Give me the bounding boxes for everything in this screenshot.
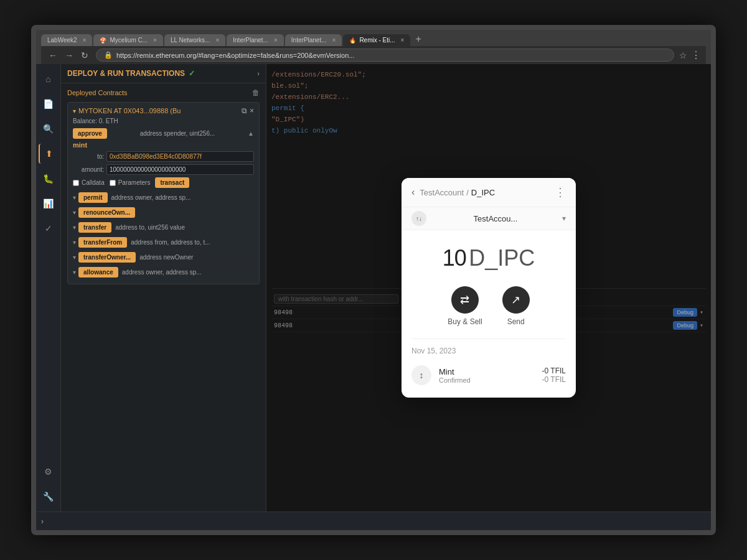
tab-networks[interactable]: LL Networks... × — [164, 34, 225, 46]
tab-close[interactable]: × — [274, 37, 278, 44]
tab-mycelium[interactable]: 🍄 Mycelium C... × — [93, 34, 162, 46]
tab-label: InterPlanet... — [291, 37, 327, 44]
tx-status: Confirmed — [439, 376, 542, 384]
tx-amount-1: -0 TFIL — [542, 366, 566, 375]
contract-name: MYTOKEN AT 0X043...09888 (Bu — [78, 107, 239, 114]
caret-icon: ▾ — [73, 194, 76, 201]
transfer-owner-button[interactable]: transferOwner... — [78, 252, 136, 263]
tx-amount-2: -0 TFIL — [542, 375, 566, 384]
section-header: Deployed Contracts 🗑 — [67, 88, 260, 97]
address-bar[interactable]: 🔒 https://remix.ethereum.org/#lang=en&op… — [96, 49, 674, 62]
to-input[interactable] — [106, 151, 254, 162]
account-icon-text: ↑↓ — [416, 215, 422, 222]
params-checkbox[interactable] — [110, 180, 116, 186]
caret-icon2: ▾ — [73, 209, 76, 216]
modal-more-button[interactable]: ⋮ — [555, 185, 566, 199]
remix-sidebar: ⌂ 📄 🔍 ⬆ 🐛 📊 ✓ ⚙ 🔧 DEPLOY & RUN TRANSAC — [36, 64, 266, 511]
params-label: Parameters — [118, 179, 151, 186]
icon-files[interactable]: 📄 — [39, 94, 59, 114]
tab-label: InterPlanet... — [233, 37, 268, 44]
tab-bar: LabWeek2 × 🍄 Mycelium C... × LL Networks… — [41, 32, 706, 46]
icon-chart[interactable]: 📊 — [39, 194, 59, 213]
account-avatar: ↑↓ — [411, 211, 426, 226]
transact-button[interactable]: transact — [155, 177, 189, 188]
deploy-title: DEPLOY & RUN TRANSACTIONS ✓ — [67, 69, 195, 78]
buy-sell-button[interactable]: ⇄ Buy & Sell — [448, 286, 482, 326]
deployed-contracts-section: Deployed Contracts 🗑 ▾ MYTOKEN AT 0X043.… — [61, 83, 266, 293]
screen-content: LabWeek2 × 🍄 Mycelium C... × LL Networks… — [36, 30, 711, 530]
deploy-panel: DEPLOY & RUN TRANSACTIONS ✓ › Deployed C… — [61, 64, 266, 511]
tab-interplanet2[interactable]: InterPlanet... × — [285, 34, 342, 46]
tab-remix[interactable]: 🔥 Remix - Eti... × — [343, 34, 410, 46]
icon-wrench[interactable]: 🔧 — [39, 487, 59, 506]
icon-check[interactable]: ✓ — [39, 218, 59, 238]
renounce-row: ▾ renounceOwn... — [73, 205, 254, 220]
balance-amount-row: 10 D_IPC — [411, 245, 566, 271]
contract-caret[interactable]: ▾ — [73, 108, 76, 114]
tx-icon-symbol: ↕ — [420, 370, 424, 380]
amount-label: amount: — [73, 166, 104, 173]
icon-deploy[interactable]: ⬆ — [39, 144, 59, 164]
menu-icon[interactable]: ⋮ — [691, 49, 701, 61]
account-header: ↑↓ TestAccou... ▾ — [402, 207, 576, 230]
tx-amount: -0 TFIL -0 TFIL — [542, 366, 566, 384]
transfer-from-button[interactable]: transferFrom — [78, 237, 127, 248]
chevron-up-icon[interactable]: ▲ — [248, 130, 254, 137]
new-tab-button[interactable]: + — [411, 32, 425, 46]
tab-close[interactable]: × — [153, 37, 157, 44]
check-icon: ✓ — [189, 69, 195, 78]
modal-overlay: ‹ TestAccount / D_IPC ⋮ ↑↓ — [266, 64, 711, 511]
to-row: to: — [73, 151, 254, 162]
reload-button[interactable]: ↻ — [78, 49, 91, 62]
browser-chrome: LabWeek2 × 🍄 Mycelium C... × LL Networks… — [36, 30, 711, 64]
transfer-owner-args: address newOwner — [139, 254, 193, 261]
approve-row: approve address spender, uint256... ▲ — [73, 128, 254, 139]
section-title: Deployed Contracts — [67, 89, 128, 96]
back-button[interactable]: ← — [46, 49, 60, 62]
bottom-arrow-icon[interactable]: › — [41, 517, 44, 526]
modal-header: ‹ TestAccount / D_IPC ⋮ — [402, 178, 576, 207]
icon-search[interactable]: 🔍 — [39, 119, 59, 139]
bottom-bar: › — [36, 511, 711, 530]
forward-button[interactable]: → — [62, 49, 76, 62]
tab-interplanet1[interactable]: InterPlanet... × — [227, 34, 284, 46]
icon-home[interactable]: ⌂ — [39, 69, 59, 89]
account-dropdown-icon[interactable]: ▾ — [562, 214, 566, 223]
calldata-checkbox[interactable] — [73, 180, 79, 186]
tab-close[interactable]: × — [83, 37, 87, 44]
allowance-button[interactable]: allowance — [78, 267, 118, 278]
transfer-args: address to, uint256 value — [115, 224, 185, 231]
permit-button[interactable]: permit — [78, 192, 108, 203]
icon-settings[interactable]: ⚙ — [39, 462, 59, 482]
copy-icon[interactable]: ⧉ — [242, 106, 247, 115]
lock-icon: 🔒 — [104, 51, 113, 59]
balance-amount: 10 — [443, 245, 466, 271]
amount-input[interactable] — [106, 164, 254, 175]
tab-close[interactable]: × — [215, 37, 219, 44]
wallet-modal: ‹ TestAccount / D_IPC ⋮ ↑↓ — [402, 178, 576, 398]
transfer-button[interactable]: transfer — [78, 222, 111, 233]
send-button[interactable]: ↗ Send — [502, 286, 530, 326]
allowance-row: ▾ allowance address owner, address sp... — [73, 265, 254, 280]
tab-label: LL Networks... — [171, 37, 210, 44]
main-area: ⌂ 📄 🔍 ⬆ 🐛 📊 ✓ ⚙ 🔧 DEPLOY & RUN TRANSAC — [36, 64, 711, 511]
transaction-item: ↕ Mint Confirmed -0 TFIL -0 TFIL — [411, 360, 566, 390]
action-buttons: ⇄ Buy & Sell ↗ Send — [402, 281, 576, 338]
icon-debug[interactable]: 🐛 — [39, 169, 59, 189]
bookmark-icon[interactable]: ☆ — [679, 50, 687, 60]
collapse-icon[interactable]: › — [257, 70, 260, 77]
approve-button[interactable]: approve — [73, 128, 107, 139]
trash-icon[interactable]: 🗑 — [252, 88, 260, 97]
remove-icon[interactable]: × — [250, 106, 254, 115]
tab-close[interactable]: × — [332, 37, 336, 44]
address-bar-row: ← → ↻ 🔒 https://remix.ethereum.org/#lang… — [41, 46, 706, 64]
tab-labweek[interactable]: LabWeek2 × — [41, 34, 92, 46]
mint-section: mint to: amount: — [73, 141, 254, 188]
address-text: https://remix.ethereum.org/#lang=en&opti… — [116, 52, 354, 59]
buy-sell-circle: ⇄ — [451, 286, 479, 314]
caret-icon4: ▾ — [73, 239, 76, 246]
modal-back-button[interactable]: ‹ — [411, 187, 415, 198]
renounce-button[interactable]: renounceOwn... — [78, 207, 135, 218]
transaction-section: Nov 15, 2023 ↕ Mint Confirmed — [402, 339, 576, 398]
tab-close[interactable]: × — [401, 37, 405, 44]
